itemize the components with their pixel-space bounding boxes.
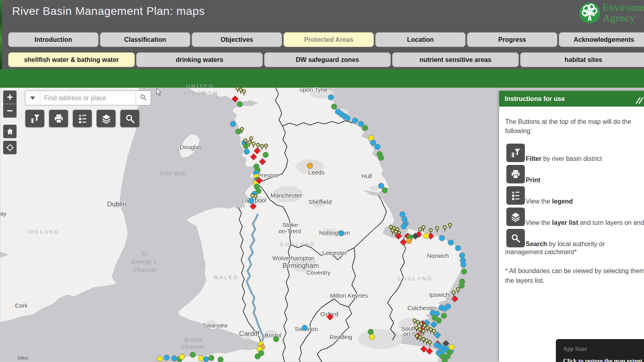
instructions-panel: Instructions for use The Buttons at the … [499,91,644,362]
map-marker-blue-diamond[interactable] [434,332,441,339]
map-marker-green-circle[interactable] [432,315,438,321]
green-divider-band [0,69,644,88]
search-go-button[interactable] [136,91,151,105]
map-marker-red-diamond[interactable] [232,96,239,103]
tab-protected-areas[interactable]: Protected Areas [283,32,374,47]
tab-habitat-sites[interactable]: habitat sites [520,52,644,67]
map-marker-blue-circle[interactable] [448,240,454,246]
tab-objectives[interactable]: Objectives [192,32,282,47]
map-marker-green-circle[interactable] [263,152,269,158]
tab-drinking-waters[interactable]: drinking waters [136,52,263,67]
map-marker-blue-circle[interactable] [401,224,407,230]
tab-classification[interactable]: Classification [100,32,190,47]
zoom-out-button[interactable]: − [3,104,17,117]
tab-nutrient-sensitive-areas[interactable]: nutrient sensitive areas [392,52,519,67]
map-label-upon-tyne: upon Tyne [299,86,328,93]
map-label-on-trent: on-Trent [279,228,301,234]
map-toolbar [25,110,139,127]
map-marker-green-circle[interactable] [237,101,243,107]
tab-shellfish-water-bathing-water[interactable]: shellfish water & bathing water [8,52,135,67]
map-marker-blue-circle[interactable] [345,115,351,121]
map-marker-green-circle[interactable] [273,336,279,342]
instruction-row-legend: View the legend [505,186,644,208]
layers-button[interactable] [97,110,116,127]
map-marker-blue-circle[interactable] [375,144,381,150]
map-marker-blue-circle[interactable] [460,262,466,268]
tab-row-main: IntroductionClassificationObjectivesProt… [0,32,644,47]
map-marker-yellow-circle[interactable] [157,356,163,362]
filter-icon [29,113,41,124]
environment-agency-logo-icon [579,2,601,24]
search-icon [125,113,135,124]
map-marker-green-circle[interactable] [331,104,337,110]
instruction-row-search: Search by local authority or [505,229,644,250]
map-marker-green-circle[interactable] [442,358,448,362]
map-label-leeds: Leeds [308,169,325,176]
map-marker-green-circle[interactable] [208,355,215,361]
map-marker-green-circle[interactable] [378,155,384,161]
map-label-ay: ay [0,210,6,217]
filter-button[interactable] [25,110,44,127]
map-label-wales: WALES [213,274,239,280]
tab-acknowledgements[interactable]: Acknowledgements [559,32,644,47]
map-marker-red-diamond[interactable] [250,203,257,210]
map-marker-blue-circle[interactable] [328,95,334,101]
map-marker-blue-circle[interactable] [352,118,358,124]
map-marker-blue-circle[interactable] [439,235,445,241]
map-label-irish-sea: Irish Sea [159,170,185,177]
map-marker-green-circle[interactable] [441,313,447,319]
legend-icon [506,186,525,205]
map-marker-yellow-circle[interactable] [369,334,375,340]
locate-button[interactable] [3,141,17,154]
collapse-panel-icon[interactable] [635,95,644,110]
instructions-panel-body: The Buttons at the top of the map will d… [499,117,644,285]
map-marker-yellow-circle[interactable] [179,354,185,360]
tab-introduction[interactable]: Introduction [8,32,99,47]
page-title: River Basin Management Plan: maps [12,5,205,18]
search-input[interactable] [40,91,136,105]
left-edge-sliver [0,0,2,69]
map-marker-green-circle[interactable] [461,269,467,275]
zoom-in-button[interactable]: + [3,90,17,104]
map-marker-green-circle[interactable] [382,187,388,193]
tab-progress[interactable]: Progress [467,32,557,47]
map-marker-red-diamond[interactable] [259,158,266,165]
map-marker-red-diamond[interactable] [250,154,257,160]
home-extent-button[interactable] [3,125,17,138]
map-label-sheffield: Sheffield [308,198,332,205]
legend-button[interactable] [73,110,92,127]
map-marker-green-circle[interactable] [190,352,196,358]
app-header: River Basin Management Plan: maps Enviro… [0,0,644,69]
map-marker-blue-circle[interactable] [244,149,250,155]
map-marker-red-diamond[interactable] [452,296,458,302]
mouse-cursor [156,88,162,98]
search-source-dropdown[interactable] [25,91,40,105]
map-marker-red-diamond[interactable] [254,148,261,154]
print-button[interactable] [49,110,68,127]
map-label-ipswich: Ipswich [429,291,449,298]
tab-row-protected-areas: shellfish water & bathing waterdrinking … [0,52,644,67]
search-icon [506,229,525,247]
app-state-message: Click to restore the map extent and laye… [563,358,644,362]
map-marker-orange-circle[interactable] [406,238,412,244]
map-marker-blue-circle[interactable] [455,245,461,251]
map-search-button[interactable] [120,110,139,127]
instructions-panel-header: Instructions for use [499,91,644,107]
map-marker-blue-circle[interactable] [302,325,308,331]
map-marker-blue-circle[interactable] [442,306,448,312]
map-marker-green-circle[interactable] [362,125,368,131]
map-marker-green-circle[interactable] [255,354,261,360]
map-label-united: UNITED [186,83,214,89]
map-marker-blue-circle[interactable] [164,355,170,361]
map-marker-yellow-circle[interactable] [423,233,429,239]
map-marker-blue-circle[interactable] [230,121,236,127]
tab-location[interactable]: Location [375,32,466,47]
map-marker-red-diamond[interactable] [395,233,402,240]
instruction-row-filter: Filter by river basin district [505,144,644,165]
map-label-cork: Cork [15,302,28,309]
app-state-toast[interactable]: App State Click to restore the map exten… [556,339,644,362]
map-marker-green-circle[interactable] [218,357,224,362]
tab-dw-safeguard-zones[interactable]: DW safeguard zones [264,52,391,67]
map-marker-blue-circle[interactable] [339,230,345,237]
map-marker-orange-circle[interactable] [307,163,313,169]
